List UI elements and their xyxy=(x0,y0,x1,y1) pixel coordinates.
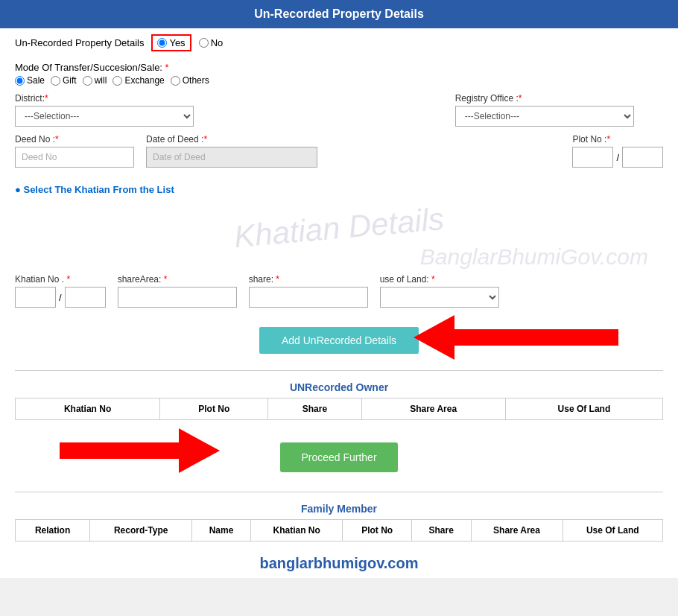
sale-option[interactable]: Sale xyxy=(15,75,45,86)
page-header: Un-Recorded Property Details xyxy=(0,0,678,28)
date-deed-label: Date of Deed :* xyxy=(146,134,560,145)
proceed-arrow-shape xyxy=(60,436,220,466)
registry-select[interactable]: ---Selection--- xyxy=(455,106,634,127)
deed-no-input[interactable] xyxy=(15,147,134,168)
khatian-radio-icon: ● xyxy=(15,184,23,195)
footer-text: banglarbhumigov.com xyxy=(260,555,419,571)
district-select[interactable]: ---Selection--- xyxy=(15,106,194,127)
unrecorded-owner-title: UNRecorded Owner xyxy=(0,375,678,398)
plot-no-input1[interactable] xyxy=(572,147,613,168)
page-wrapper: Un-Recorded Property Details Un-Recorded… xyxy=(0,0,678,578)
unrecorded-label: Un-Recorded Property Details xyxy=(15,37,144,48)
watermark-banglar: BanglarBhumiGov.com xyxy=(420,244,648,270)
others-option[interactable]: Others xyxy=(171,75,209,86)
divider1 xyxy=(15,370,663,371)
col-plot-no: Plot No xyxy=(160,399,268,420)
deed-no-group: Deed No :* xyxy=(15,134,134,168)
no-radio[interactable] xyxy=(199,38,209,48)
sale-radio[interactable] xyxy=(15,76,25,86)
no-label: No xyxy=(211,37,224,48)
share-group: share: * xyxy=(249,274,368,308)
proceed-further-button[interactable]: Proceed Further xyxy=(280,442,397,472)
proceed-arrow-body xyxy=(60,442,179,459)
share-area-input[interactable] xyxy=(118,287,237,308)
share-label: share: * xyxy=(249,274,368,285)
proceed-arrow xyxy=(60,436,220,466)
proceed-area: Proceed Further xyxy=(0,420,678,487)
use-of-land-select[interactable] xyxy=(380,287,499,308)
family-member-table: Relation Record-Type Name Khatian No Plo… xyxy=(15,519,663,542)
family-member-title: Family Member xyxy=(0,497,678,519)
district-registry-row: District:* ---Selection--- Registry Offi… xyxy=(15,93,663,127)
add-arrow-shape xyxy=(414,323,618,352)
khatian-separator: / xyxy=(59,292,62,303)
exchange-option[interactable]: Exchange xyxy=(113,75,164,86)
footer: banglarbhumigov.com xyxy=(0,549,678,578)
arrow-body xyxy=(454,329,618,346)
unrecorded-owner-table: Khatian No Plot No Share Share Area Use … xyxy=(15,398,663,420)
share-input[interactable] xyxy=(249,287,368,308)
col-relation: Relation xyxy=(16,520,90,542)
gift-option[interactable]: Gift xyxy=(51,75,77,86)
plot-inputs: / xyxy=(572,147,663,168)
plot-no-input2[interactable] xyxy=(622,147,663,168)
deed-no-label: Deed No :* xyxy=(15,134,134,145)
khatian-no-inputs: / xyxy=(15,287,106,308)
unrecorded-owner-header-row: Khatian No Plot No Share Share Area Use … xyxy=(16,399,663,420)
mode-transfer-group: Mode Of Transfer/Succesion/Sale: * Sale … xyxy=(15,62,209,86)
add-arrow xyxy=(414,323,618,352)
use-of-land-group: use of Land: * xyxy=(380,274,499,308)
gift-radio[interactable] xyxy=(51,76,60,86)
add-unrecorded-button[interactable]: Add UnRecorded Details xyxy=(259,327,419,354)
date-deed-group: Date of Deed :* xyxy=(146,134,560,168)
share-area-label: shareArea: * xyxy=(118,274,237,285)
mode-transfer-label: Mode Of Transfer/Succesion/Sale: * xyxy=(15,62,209,73)
no-option: No xyxy=(199,37,224,48)
col-khatian-no-fm: Khatian No xyxy=(250,520,343,542)
add-button-area: Add UnRecorded Details xyxy=(0,315,678,366)
registry-label: Registry Office :* xyxy=(455,93,663,104)
select-khatian-section: ● Select The Khatian From the List xyxy=(0,180,678,203)
plot-separator: / xyxy=(616,152,619,163)
plot-no-group: Plot No :* / xyxy=(572,134,663,168)
use-of-land-label: use of Land: * xyxy=(380,274,499,285)
yes-radio[interactable] xyxy=(157,38,167,48)
district-label: District:* xyxy=(15,93,223,104)
exchange-radio[interactable] xyxy=(113,76,122,86)
divider2 xyxy=(15,492,663,492)
mode-transfer-radios: Sale Gift will Exchange Others xyxy=(15,75,209,86)
watermark-area: Khatian Details BanglarBhumiGov.com xyxy=(0,203,678,270)
select-khatian-link[interactable]: Select The Khatian From the List xyxy=(23,184,174,195)
col-name: Name xyxy=(192,520,251,542)
registry-office-group: Registry Office :* ---Selection--- xyxy=(455,93,663,127)
col-share-area-fm: Share Area xyxy=(471,520,563,542)
mode-transfer-section: Mode Of Transfer/Succesion/Sale: * Sale … xyxy=(0,57,678,180)
will-radio[interactable] xyxy=(83,76,92,86)
plot-no-label: Plot No :* xyxy=(572,134,663,145)
col-khatian-no: Khatian No xyxy=(16,399,160,420)
date-deed-input[interactable] xyxy=(146,147,317,168)
yes-label: Yes xyxy=(169,37,185,48)
will-option[interactable]: will xyxy=(83,75,107,86)
col-share: Share xyxy=(268,399,361,420)
col-plot-no-fm: Plot No xyxy=(343,520,411,542)
khatian-no-label: Khatian No . * xyxy=(15,274,106,285)
khatian-form-row: Khatian No . * / shareArea: * share: * xyxy=(0,270,678,315)
proceed-arrow-head xyxy=(179,428,220,473)
arrow-head xyxy=(414,315,454,360)
col-use-of-land: Use Of Land xyxy=(505,399,662,420)
district-group: District:* ---Selection--- xyxy=(15,93,223,127)
col-share-fm: Share xyxy=(411,520,471,542)
khatian-no-input2[interactable] xyxy=(65,287,106,308)
col-use-of-land-fm: Use Of Land xyxy=(563,520,662,542)
deed-row: Deed No :* Date of Deed :* Plot No :* / xyxy=(15,134,663,168)
top-radio-section: Un-Recorded Property Details Yes No xyxy=(0,28,678,57)
family-member-header-row: Relation Record-Type Name Khatian No Plo… xyxy=(16,520,663,542)
khatian-no-input1[interactable] xyxy=(15,287,56,308)
watermark-khatian: Khatian Details xyxy=(232,203,446,255)
col-share-area: Share Area xyxy=(361,399,505,420)
others-radio[interactable] xyxy=(171,76,180,86)
yes-box: Yes xyxy=(151,34,191,51)
share-area-group: shareArea: * xyxy=(118,274,237,308)
khatian-no-group: Khatian No . * / xyxy=(15,274,106,308)
